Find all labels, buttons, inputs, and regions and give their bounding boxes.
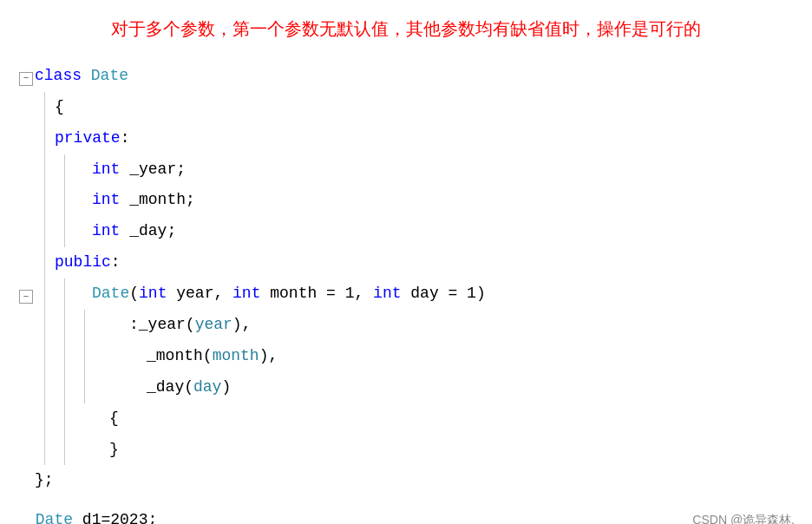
line-private: private: bbox=[9, 123, 812, 154]
init-year-close: ), bbox=[232, 316, 252, 333]
prefix-month bbox=[9, 185, 35, 216]
line-month: int _month; bbox=[9, 185, 812, 216]
public-keyword: public bbox=[55, 253, 111, 271]
prefix-year bbox=[9, 154, 35, 186]
class-keyword: class bbox=[35, 67, 91, 84]
open-brace: { bbox=[55, 98, 64, 115]
class-name: Date bbox=[91, 67, 128, 84]
body-brace-open: { bbox=[75, 403, 812, 435]
ctor-day-param: day = 1) bbox=[402, 285, 486, 302]
title-text: 对于多个参数，第一个参数无默认值，其他参数均有缺省值时，操作是可行的 bbox=[111, 19, 701, 38]
brace-open: { bbox=[55, 92, 812, 123]
year-var: _year; bbox=[120, 160, 186, 178]
public-label: public: bbox=[55, 247, 812, 278]
public-colon: : bbox=[111, 253, 121, 271]
ctor-month-param: month = 1, bbox=[260, 285, 373, 302]
line-body-close: } bbox=[9, 435, 812, 466]
line-day: int _day; bbox=[9, 216, 812, 247]
vline-13 bbox=[64, 310, 65, 341]
init-month-param: month bbox=[213, 347, 259, 364]
bottom-area: Date d1=2023; CSDN @诡异森林. bbox=[0, 505, 812, 524]
init-month-text: _month( bbox=[147, 347, 213, 364]
private-colon: : bbox=[121, 129, 130, 147]
init-year-param: year bbox=[195, 316, 232, 333]
line-init-day: _day(day) bbox=[9, 372, 812, 403]
vline-10 bbox=[44, 278, 45, 310]
prefix-constructor[interactable]: − bbox=[9, 278, 35, 310]
field-month: int _month; bbox=[75, 185, 812, 216]
vline-3 bbox=[44, 154, 45, 186]
body-brace-close: } bbox=[75, 435, 812, 466]
init-year: :_year(year), bbox=[95, 310, 812, 341]
prefix-brace bbox=[9, 92, 35, 123]
vline-18 bbox=[44, 372, 45, 403]
line-body-open: { bbox=[9, 403, 812, 435]
line-public: public: bbox=[9, 247, 812, 278]
field-day: int _day; bbox=[75, 216, 812, 247]
init-day-param: day bbox=[193, 378, 221, 396]
init-day: _day(day) bbox=[95, 372, 812, 403]
vline-5 bbox=[44, 185, 45, 216]
vline-20 bbox=[84, 372, 85, 403]
vline-22 bbox=[64, 403, 65, 435]
vline-19 bbox=[64, 372, 65, 403]
ctor-int2: int bbox=[232, 285, 260, 302]
collapse-btn-class[interactable]: − bbox=[19, 72, 33, 86]
int-keyword-2: int bbox=[92, 191, 120, 208]
month-var: _month; bbox=[120, 191, 194, 208]
usage-code: d1=2023; bbox=[82, 511, 157, 524]
vline-2 bbox=[44, 123, 45, 154]
body-open-brace: { bbox=[109, 409, 119, 427]
vline-17 bbox=[84, 341, 85, 372]
prefix-init-year bbox=[9, 310, 35, 341]
private-keyword: private bbox=[55, 129, 121, 147]
int-keyword-3: int bbox=[92, 222, 120, 239]
init-month-close: ), bbox=[259, 347, 278, 364]
collapse-col[interactable]: − bbox=[9, 61, 35, 92]
vline-4 bbox=[64, 154, 65, 186]
title-bar: 对于多个参数，第一个参数无默认值，其他参数均有缺省值时，操作是可行的 bbox=[0, 10, 812, 49]
class-close-brace: }; bbox=[35, 471, 54, 488]
watermark: CSDN @诡异森林. bbox=[692, 511, 795, 524]
vline-11 bbox=[64, 278, 65, 310]
usage-line: Date d1=2023; bbox=[17, 505, 692, 524]
body-close-brace: } bbox=[109, 441, 119, 458]
line-class-close: }; bbox=[9, 465, 812, 496]
prefix-body-close bbox=[9, 435, 35, 466]
vline-24 bbox=[64, 435, 65, 466]
main-container: 对于多个参数，第一个参数无默认值，其他参数均有缺省值时，操作是可行的 − cla… bbox=[0, 0, 812, 524]
init-day-close: ) bbox=[221, 378, 231, 396]
code-area: − class Date { private: bbox=[0, 61, 812, 496]
vline-7 bbox=[44, 216, 45, 247]
ctor-class-name: Date bbox=[92, 285, 129, 302]
vline-1 bbox=[44, 92, 45, 123]
prefix-init-day bbox=[9, 372, 35, 403]
ctor-paren-open: ( bbox=[129, 285, 139, 302]
ctor-year-param: year, bbox=[167, 285, 232, 302]
ctor-int3: int bbox=[373, 285, 401, 302]
ctor-int1: int bbox=[139, 285, 167, 302]
prefix-body-open bbox=[9, 403, 35, 435]
vline-21 bbox=[44, 403, 45, 435]
line-init-year: :_year(year), bbox=[9, 310, 812, 341]
private-label: private: bbox=[55, 123, 812, 154]
vline-9 bbox=[44, 247, 45, 278]
vline-8 bbox=[64, 216, 65, 247]
line-year: int _year; bbox=[9, 154, 812, 186]
prefix-private bbox=[9, 123, 35, 154]
collapse-btn-ctor[interactable]: − bbox=[19, 290, 33, 304]
constructor-sig: Date(int year, int month = 1, int day = … bbox=[75, 278, 812, 310]
vline-14 bbox=[84, 310, 85, 341]
prefix-init-month bbox=[9, 341, 35, 372]
line-brace-open: { bbox=[9, 92, 812, 123]
init-day-text: _day( bbox=[147, 378, 193, 396]
vline-6 bbox=[64, 185, 65, 216]
vline-16 bbox=[64, 341, 65, 372]
line-init-month: _month(month), bbox=[9, 341, 812, 372]
day-var: _day; bbox=[120, 222, 176, 239]
field-year: int _year; bbox=[75, 154, 812, 186]
prefix-day bbox=[9, 216, 35, 247]
line-constructor: − Date(int year, int month = 1, int day … bbox=[9, 278, 812, 310]
prefix-class-close bbox=[9, 465, 35, 496]
vline-15 bbox=[44, 341, 45, 372]
